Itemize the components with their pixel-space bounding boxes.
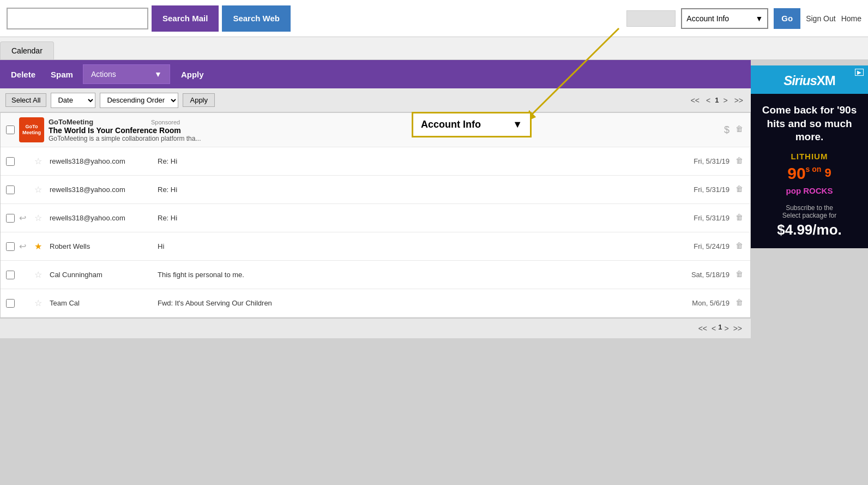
email-row-5[interactable]: ☆ Cal Cunningham This fight is personal …	[1, 261, 750, 289]
delete-btn-5[interactable]: 🗑	[734, 270, 745, 280]
bottom-next-page-button[interactable]: >	[722, 323, 731, 334]
reply-icon-4: ↩	[19, 241, 30, 252]
star-icon-1[interactable]: ☆	[34, 156, 45, 167]
email-row-6[interactable]: ☆ Team Cal Fwd: It's About Serving Our C…	[1, 289, 750, 318]
go-button[interactable]: Go	[774, 8, 800, 29]
delete-btn-1[interactable]: 🗑	[734, 156, 745, 167]
sort-by-dropdown[interactable]: Date From Subject	[51, 93, 95, 108]
reply-placeholder-5	[19, 270, 30, 280]
star-icon-4[interactable]: ★	[34, 241, 45, 252]
current-page: 1	[715, 96, 719, 104]
email-sender-5: Cal Cunningham	[50, 271, 148, 279]
delete-button[interactable]: Delete	[5, 68, 41, 81]
email-checkbox-3[interactable]	[6, 214, 15, 223]
popup-account-info-label: Account Info	[421, 119, 481, 130]
home-button[interactable]: Home	[841, 14, 861, 23]
filter-bar: Select All Date From Subject Descending …	[0, 88, 751, 112]
email-sender-6: Team Cal	[50, 299, 148, 307]
header-right: Account Info ▼ Go Sign Out Home	[626, 8, 861, 29]
chevron-down-icon: ▼	[755, 14, 763, 23]
email-date-6: Mon, 5/6/19	[664, 299, 730, 307]
account-info-popup[interactable]: Account Info ▼	[412, 112, 532, 137]
email-row-4[interactable]: ↩ ★ Robert Wells Hi Fri, 5/24/19 🗑	[1, 232, 750, 261]
sponsor-avatar: GoToMeeting	[19, 117, 44, 142]
email-list: GoToMeeting GoToMeeting Sponsored The Wo…	[0, 112, 751, 318]
ad-tagline: Come back for '90s hits and so much more…	[758, 104, 860, 144]
search-web-button[interactable]: Search Web	[222, 5, 291, 32]
sponsored-content: GoToMeeting Sponsored The World Is Your …	[49, 118, 201, 142]
reply-placeholder-6	[19, 298, 30, 309]
select-all-button[interactable]: Select All	[5, 93, 46, 107]
search-input[interactable]	[7, 8, 148, 29]
delete-btn-6[interactable]: 🗑	[734, 298, 745, 309]
pop-rocks-channel: pop ROCKS	[758, 186, 860, 195]
email-checkbox-2[interactable]	[6, 185, 15, 194]
reply-placeholder-1	[19, 156, 30, 167]
sponsored-desc: GoToMeeting is a simple collaboration pl…	[49, 135, 201, 142]
ad-cta: Subscribe to theSelect package for	[758, 204, 860, 219]
email-date-4: Fri, 5/24/19	[664, 242, 730, 250]
email-date-1: Fri, 5/31/19	[664, 157, 730, 165]
pagination-bottom: << < 1 > >>	[0, 318, 751, 338]
apply-filter-button[interactable]: Apply	[183, 93, 215, 107]
account-info-label: Account Info	[686, 14, 729, 23]
sign-out-button[interactable]: Sign Out	[806, 14, 835, 23]
star-icon-5[interactable]: ☆	[34, 270, 45, 280]
email-checkbox-6[interactable]	[6, 299, 15, 308]
prev-page-button[interactable]: <	[704, 95, 713, 106]
order-dropdown[interactable]: Descending Order Ascending Order	[100, 93, 178, 108]
header: Search Mail Search Web Account Info ▼ Go…	[0, 0, 868, 37]
bottom-prev-page-button[interactable]: <	[709, 323, 718, 334]
star-icon-6[interactable]: ☆	[34, 298, 45, 309]
email-sender-4: Robert Wells	[50, 242, 148, 250]
delete-btn-4[interactable]: 🗑	[734, 241, 745, 252]
email-subject-2: Re: Hi	[152, 185, 660, 194]
actions-label: Actions	[91, 70, 116, 79]
email-checkbox-4[interactable]	[6, 242, 15, 251]
bottom-first-page-button[interactable]: <<	[696, 323, 709, 334]
popup-dropdown-arrow: ▼	[513, 119, 522, 130]
siriusxm-logo: SiriusXM	[783, 73, 835, 88]
email-sender-2: rewells318@yahoo.com	[50, 185, 148, 194]
email-row-3[interactable]: ↩ ☆ rewells318@yahoo.com Re: Hi Fri, 5/3…	[1, 204, 750, 232]
account-info-dropdown[interactable]: Account Info ▼	[681, 8, 768, 29]
email-subject-4: Hi	[152, 242, 660, 250]
email-checkbox-1[interactable]	[6, 157, 15, 166]
email-date-2: Fri, 5/31/19	[664, 185, 730, 194]
spam-button[interactable]: Spam	[45, 68, 79, 81]
apply-toolbar-button[interactable]: Apply	[174, 68, 210, 81]
last-page-button[interactable]: >>	[732, 95, 745, 106]
email-subject-3: Re: Hi	[152, 214, 660, 222]
email-subject-5: This fight is personal to me.	[152, 271, 660, 279]
ad-sidebar: ▶ SiriusXM Come back for '90s hits and s…	[751, 65, 868, 248]
sponsored-label: Sponsored	[151, 119, 180, 125]
bottom-current-page: 1	[718, 323, 722, 334]
email-sender-3: rewells318@yahoo.com	[50, 214, 148, 222]
pagination-top: << < 1 > >>	[689, 95, 745, 106]
next-page-button[interactable]: >	[721, 95, 730, 106]
email-checkbox-5[interactable]	[6, 271, 15, 279]
toolbar: Delete Spam Actions ▼ Apply	[0, 60, 751, 88]
email-date-5: Sat, 5/18/19	[664, 271, 730, 279]
tab-calendar[interactable]: Calendar	[0, 41, 54, 59]
email-subject-1: Re: Hi	[152, 157, 660, 165]
star-icon-2[interactable]: ☆	[34, 184, 45, 195]
dollar-icon: $	[724, 124, 730, 136]
star-icon-3[interactable]: ☆	[34, 213, 45, 224]
bottom-last-page-button[interactable]: >>	[731, 323, 744, 334]
first-page-button[interactable]: <<	[689, 95, 702, 106]
search-area: Search Mail Search Web	[7, 5, 291, 32]
delete-btn-3[interactable]: 🗑	[734, 213, 745, 224]
email-row-1[interactable]: ☆ rewells318@yahoo.com Re: Hi Fri, 5/31/…	[1, 147, 750, 176]
delete-btn-2[interactable]: 🗑	[734, 184, 745, 195]
sponsored-checkbox[interactable]	[6, 125, 15, 134]
actions-dropdown[interactable]: Actions ▼	[83, 64, 170, 84]
actions-chevron-icon: ▼	[154, 70, 162, 79]
sponsored-title: The World Is Your Conference Room	[49, 126, 201, 135]
sponsored-delete-btn[interactable]: 🗑	[734, 124, 745, 135]
email-row-2[interactable]: ☆ rewells318@yahoo.com Re: Hi Fri, 5/31/…	[1, 176, 750, 204]
search-mail-button[interactable]: Search Mail	[152, 5, 219, 32]
email-row-sponsored[interactable]: GoToMeeting GoToMeeting Sponsored The Wo…	[1, 113, 750, 147]
ad-body: Come back for '90s hits and so much more…	[751, 94, 868, 248]
lithium-channel: LITHIUM	[758, 152, 860, 161]
